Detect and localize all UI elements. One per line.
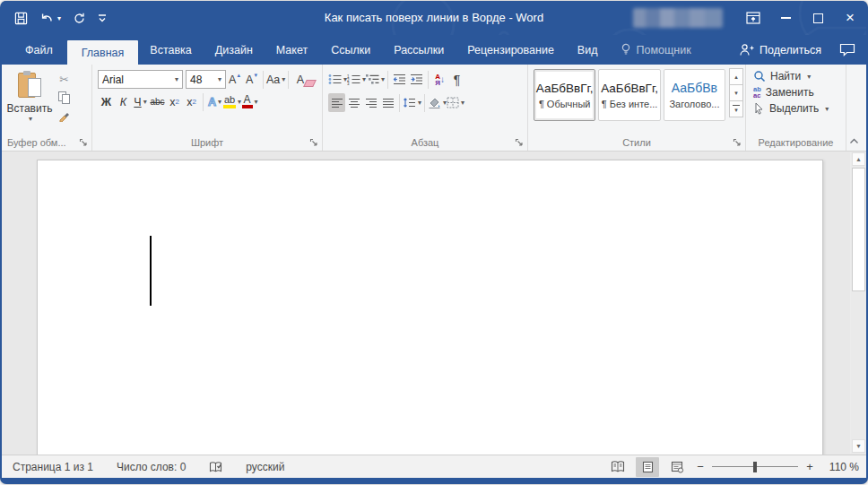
tab-review[interactable]: Рецензирование bbox=[456, 35, 566, 65]
web-layout-button[interactable] bbox=[665, 457, 689, 477]
align-right-button[interactable] bbox=[362, 93, 379, 112]
dropdown-icon: ▾ bbox=[218, 75, 221, 83]
minimize-button[interactable] bbox=[769, 1, 802, 35]
undo-button[interactable]: ▾ bbox=[39, 11, 61, 25]
shrink-font-button[interactable]: А▾ bbox=[243, 70, 260, 89]
comments-icon[interactable] bbox=[839, 43, 855, 56]
status-bar: Страница 1 из 1 Число слов: 0 русский − … bbox=[2, 455, 866, 478]
text-effects-icon: А bbox=[208, 96, 216, 108]
dropdown-icon: ▾ bbox=[175, 75, 178, 83]
format-painter-button[interactable] bbox=[56, 107, 73, 124]
borders-button[interactable]: ▾ bbox=[447, 93, 464, 112]
zoom-out-button[interactable]: − bbox=[695, 460, 706, 473]
clear-formatting-button[interactable]: А bbox=[291, 70, 308, 89]
cut-button[interactable]: ✂ bbox=[56, 71, 73, 88]
style-heading1[interactable]: АаБбВв Заголово... bbox=[664, 69, 725, 121]
sort-button[interactable]: АЯ ↓ bbox=[431, 70, 448, 89]
zoom-slider-handle[interactable] bbox=[753, 462, 757, 472]
caret-down-icon: ▾ bbox=[254, 72, 257, 79]
font-family-combo[interactable]: Arial ▾ bbox=[98, 70, 183, 89]
font-color-button[interactable]: А ▾ bbox=[241, 92, 258, 111]
tab-home[interactable]: Главная bbox=[67, 40, 139, 65]
shading-button[interactable]: ▾ bbox=[428, 93, 447, 112]
change-case-button[interactable]: Aa▾ bbox=[266, 70, 285, 89]
font-dialog-launcher[interactable] bbox=[309, 138, 318, 147]
tab-view[interactable]: Вид bbox=[566, 35, 610, 65]
decrease-indent-icon bbox=[393, 74, 406, 85]
tab-design[interactable]: Дизайн bbox=[204, 35, 265, 65]
tab-file[interactable]: Файл bbox=[11, 35, 67, 65]
document-page[interactable] bbox=[37, 160, 823, 455]
word-count[interactable]: Число слов: 0 bbox=[117, 461, 186, 473]
proofing-status[interactable] bbox=[209, 461, 222, 473]
read-mode-button[interactable] bbox=[606, 457, 629, 477]
styles-scroll-down-button[interactable]: ▾ bbox=[729, 84, 743, 101]
styles-more-button[interactable]: ▾ bbox=[729, 100, 743, 117]
copy-button[interactable] bbox=[56, 89, 73, 106]
language-indicator[interactable]: русский bbox=[246, 461, 284, 473]
ribbon-display-options-button[interactable] bbox=[737, 1, 769, 35]
subscript-button[interactable]: x2 bbox=[166, 92, 183, 111]
bold-button[interactable]: Ж bbox=[98, 92, 115, 111]
text-effects-button[interactable]: А▾ bbox=[206, 92, 223, 111]
highlight-color-button[interactable]: ab ▾ bbox=[223, 92, 241, 111]
redo-button[interactable] bbox=[73, 12, 86, 25]
grow-font-button[interactable]: А▴ bbox=[226, 70, 243, 89]
justify-button[interactable] bbox=[379, 93, 396, 112]
tab-references[interactable]: Ссылки bbox=[319, 35, 382, 65]
tab-layout[interactable]: Макет bbox=[265, 35, 319, 65]
scroll-down-button[interactable]: ▼ bbox=[852, 439, 865, 453]
paste-button[interactable]: Вставить ▾ bbox=[9, 69, 50, 134]
save-icon[interactable] bbox=[14, 12, 28, 25]
close-icon: × bbox=[846, 9, 855, 27]
zoom-level[interactable]: 110 % bbox=[821, 461, 859, 473]
font-size-combo[interactable]: 48 ▾ bbox=[186, 70, 226, 89]
underline-button[interactable]: Ч▾ bbox=[132, 92, 149, 111]
styles-group: АаБбВвГг, ¶ Обычный АаБбВвГг, ¶ Без инте… bbox=[528, 65, 746, 151]
increase-indent-button[interactable] bbox=[408, 70, 425, 89]
styles-scroll-up-button[interactable]: ▴ bbox=[729, 68, 743, 85]
find-icon bbox=[753, 70, 766, 82]
dropdown-icon[interactable]: ▾ bbox=[57, 14, 61, 22]
bullets-button[interactable]: ▾ bbox=[328, 70, 347, 89]
ribbon-tab-row: Файл Главная Вставка Дизайн Макет Ссылки… bbox=[2, 35, 866, 65]
align-center-button[interactable] bbox=[345, 93, 362, 112]
scrollbar-thumb[interactable] bbox=[852, 168, 865, 291]
italic-button[interactable]: К bbox=[115, 92, 132, 111]
zoom-slider[interactable] bbox=[712, 461, 798, 473]
customize-qat-button[interactable] bbox=[98, 13, 107, 22]
replace-button[interactable]: abac Заменить bbox=[753, 86, 844, 99]
select-button[interactable]: Выделить ▾ bbox=[753, 102, 844, 115]
superscript-button[interactable]: x2 bbox=[183, 92, 200, 111]
text-cursor bbox=[150, 236, 152, 306]
numbering-button[interactable]: 123 ▾ bbox=[347, 70, 366, 89]
dropdown-icon: ▾ bbox=[282, 75, 285, 83]
find-button[interactable]: Найти ▾ bbox=[753, 70, 844, 82]
print-layout-button[interactable] bbox=[636, 457, 659, 477]
line-spacing-button[interactable]: ▾ bbox=[403, 93, 421, 112]
maximize-button[interactable] bbox=[802, 1, 834, 35]
tab-assistant[interactable]: Помощник bbox=[609, 35, 702, 65]
dropdown-icon: ▾ bbox=[143, 98, 147, 106]
close-button[interactable]: × bbox=[834, 1, 866, 35]
collapse-ribbon-button[interactable] bbox=[849, 137, 859, 144]
align-left-button[interactable] bbox=[328, 93, 345, 112]
multilevel-list-button[interactable]: ▾ bbox=[366, 70, 385, 89]
tab-mailings[interactable]: Рассылки bbox=[382, 35, 456, 65]
clipboard-dialog-launcher[interactable] bbox=[79, 138, 88, 147]
tab-insert[interactable]: Вставка bbox=[138, 35, 203, 65]
share-button[interactable]: Поделиться bbox=[739, 43, 821, 56]
show-formatting-marks-button[interactable]: ¶ bbox=[448, 70, 465, 89]
zoom-in-button[interactable]: + bbox=[804, 460, 815, 473]
style-normal[interactable]: АаБбВвГг, ¶ Обычный bbox=[534, 69, 595, 121]
vertical-scrollbar[interactable]: ▲ ▼ bbox=[850, 152, 865, 454]
font-group-label: Шрифт bbox=[92, 137, 322, 148]
paragraph-dialog-launcher[interactable] bbox=[515, 138, 524, 147]
decrease-indent-button[interactable] bbox=[391, 70, 408, 89]
page-indicator[interactable]: Страница 1 из 1 bbox=[13, 461, 93, 473]
ribbon-display-options-icon bbox=[746, 12, 760, 24]
style-no-spacing[interactable]: АаБбВвГг, ¶ Без инте... bbox=[598, 69, 660, 121]
strikethrough-button[interactable]: abc bbox=[149, 92, 166, 111]
styles-dialog-launcher[interactable] bbox=[733, 138, 742, 147]
scroll-up-button[interactable]: ▲ bbox=[852, 152, 865, 166]
